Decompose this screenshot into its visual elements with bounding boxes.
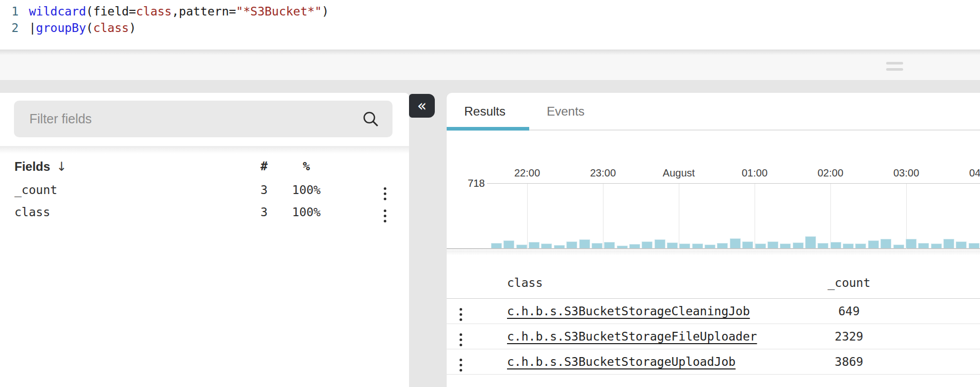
result-count: 3869	[810, 355, 888, 368]
query-token: class	[93, 21, 129, 35]
gridline	[755, 184, 755, 249]
gridline	[603, 184, 603, 249]
chevron-double-left-icon: «	[417, 96, 427, 115]
row-menu-button[interactable]	[456, 354, 465, 376]
kebab-dot	[460, 359, 462, 361]
count-column-header: _count	[810, 276, 888, 289]
tab-events[interactable]: Events	[547, 93, 584, 130]
result-row: c.h.b.s.S3BucketStorageFileUploader2329	[447, 324, 980, 349]
histogram-bar	[880, 239, 891, 248]
count-column-header: #	[243, 159, 285, 173]
kebab-dot	[460, 364, 462, 366]
kebab-dot	[460, 344, 462, 346]
kebab-dot	[460, 308, 462, 311]
histogram-bar	[755, 244, 766, 248]
query-code: wildcard(field=class,pattern="*S3Bucket*…	[29, 3, 329, 20]
query-token: )	[129, 21, 136, 35]
fields-table-header: Fields↓ # %	[0, 157, 409, 178]
filter-fields-box	[14, 101, 393, 137]
line-number: 1	[0, 3, 19, 20]
fields-sidebar: Fields↓ # % _count3100%class3100%	[0, 93, 409, 387]
query-token: (field=	[86, 5, 136, 18]
histogram-bar	[592, 243, 602, 248]
field-count: 3	[243, 183, 285, 197]
query-token: (	[86, 21, 93, 35]
field-count: 3	[243, 205, 285, 219]
query-lines: 1wildcard(field=class,pattern="*S3Bucket…	[0, 3, 980, 36]
fields-sort-header[interactable]: Fields↓	[14, 159, 67, 174]
kebab-icon	[460, 357, 462, 373]
histogram-bar	[679, 244, 690, 248]
kebab-dot	[384, 215, 386, 217]
histogram-bar	[667, 243, 678, 248]
histogram-bar	[793, 243, 804, 248]
histogram-bar	[491, 243, 502, 248]
x-tick-label: 03:00	[880, 167, 932, 179]
percent-column-header: %	[285, 159, 328, 173]
histogram-bar	[805, 236, 816, 248]
kebab-dot	[460, 369, 462, 372]
field-menu-button[interactable]	[381, 205, 389, 227]
x-tick-label: 02:00	[805, 167, 856, 179]
result-row: c.h.b.s.S3BucketStorageUploadJob3869	[447, 349, 980, 375]
histogram-bar	[516, 245, 527, 248]
event-histogram[interactable]: 718 22:0023:00August01:0002:0003:0004:00	[447, 131, 980, 249]
row-menu-button[interactable]	[456, 303, 465, 325]
field-name[interactable]: class	[14, 205, 50, 219]
histogram-bar	[767, 241, 778, 248]
tab-results[interactable]: Results	[464, 93, 505, 130]
histogram-bar	[717, 243, 728, 248]
splitter-drag-handle-icon[interactable]	[886, 62, 903, 74]
histogram-bar	[843, 244, 854, 248]
handle-bar	[886, 68, 903, 71]
search-icon	[362, 110, 380, 128]
result-count: 2329	[810, 330, 888, 343]
filter-fields-input[interactable]	[14, 101, 393, 137]
class-column-header: class	[507, 276, 543, 289]
active-tab-indicator	[447, 127, 529, 131]
result-class-link[interactable]: c.h.b.s.S3BucketStorageUploadJob	[507, 355, 736, 368]
histogram-bar	[629, 244, 640, 248]
kebab-dot	[460, 318, 462, 321]
kebab-icon	[460, 332, 462, 347]
y-axis-max-label: 718	[447, 178, 485, 189]
field-menu-button[interactable]	[381, 183, 389, 204]
histogram-bar	[529, 242, 540, 248]
field-percent: 100%	[285, 183, 328, 197]
results-tab-bar: Results Events	[447, 93, 980, 131]
handle-bar	[886, 62, 903, 64]
histogram-bar	[918, 243, 929, 248]
histogram-bar	[705, 245, 715, 248]
kebab-dot	[384, 187, 386, 190]
query-token: ,pattern=	[172, 5, 236, 18]
x-tick-label: 01:00	[729, 167, 780, 179]
collapse-sidebar-button[interactable]: «	[409, 94, 435, 118]
query-editor[interactable]: 1wildcard(field=class,pattern="*S3Bucket…	[0, 0, 980, 50]
query-code: |groupBy(class)	[29, 20, 136, 36]
histogram-bar	[893, 245, 904, 248]
x-tick-label: 22:00	[501, 167, 553, 179]
x-tick-label: August	[653, 167, 705, 179]
histogram-bar	[969, 243, 979, 248]
result-class-link[interactable]: c.h.b.s.S3BucketStorageCleaningJob	[507, 304, 750, 318]
histogram-bar	[692, 244, 703, 248]
histogram-bar	[956, 241, 967, 248]
kebab-dot	[460, 313, 462, 316]
kebab-icon	[460, 307, 462, 322]
histogram-bar	[655, 239, 665, 248]
histogram-bar	[730, 238, 741, 248]
histogram-bar	[742, 241, 753, 248]
histogram-bar	[604, 242, 615, 248]
result-class-link[interactable]: c.h.b.s.S3BucketStorageFileUploader	[507, 330, 757, 343]
histogram-bar	[943, 239, 954, 248]
fields-header-label: Fields	[14, 159, 50, 173]
row-menu-button[interactable]	[456, 329, 465, 350]
histogram-bar	[780, 244, 791, 248]
query-token: )	[322, 5, 329, 18]
kebab-dot	[384, 198, 386, 200]
x-tick-label: 04:00	[956, 167, 980, 179]
histogram-bar	[906, 239, 917, 248]
gridline	[527, 184, 528, 249]
field-row: class3100%	[0, 202, 409, 224]
field-name[interactable]: _count	[14, 183, 57, 197]
